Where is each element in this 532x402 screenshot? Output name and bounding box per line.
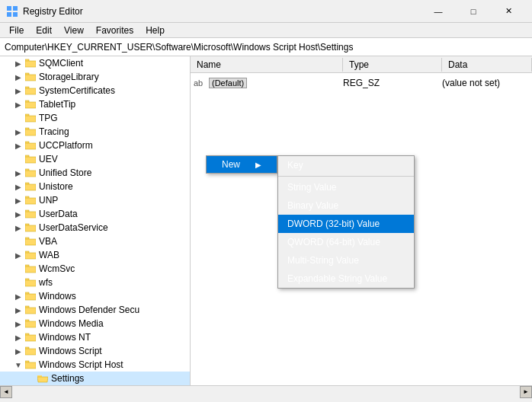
svg-rect-9 (25, 88, 36, 94)
tree-item[interactable]: ▶UCCPlatform (0, 139, 190, 152)
tree-arrow: ▶ (12, 224, 24, 232)
scroll-left-btn[interactable]: ◄ (0, 386, 12, 398)
tree-item[interactable]: ▶Tracing (0, 125, 190, 139)
tree-item-label: StorageLibrary (39, 72, 99, 82)
submenu-item-multi[interactable]: Multi-String Value (278, 251, 414, 270)
minimize-button[interactable]: — (421, 0, 456, 23)
menu-help[interactable]: Help (139, 24, 171, 37)
svg-rect-47 (25, 349, 36, 355)
folder-icon (24, 127, 37, 136)
tree-item[interactable]: ▶SystemCertificates (0, 84, 190, 97)
folder-icon (24, 209, 37, 219)
main-area: ▶SQMClient▶StorageLibrary▶SystemCertific… (0, 56, 532, 385)
table-row[interactable]: ab (Default) REG_SZ (value not set) (191, 76, 532, 90)
tree-item[interactable]: ▶Windows NT (0, 330, 190, 344)
cell-type: REG_SZ (343, 78, 442, 88)
tree-item-label: Tracing (39, 126, 69, 137)
svg-rect-1 (13, 6, 18, 11)
tree-item-label: Windows (39, 291, 76, 302)
context-menu-new-label: New (222, 159, 240, 170)
svg-rect-23 (25, 184, 36, 190)
folder-icon (24, 86, 37, 95)
svg-text:ab: ab (194, 78, 203, 88)
tree-item[interactable]: WcmSvc (0, 262, 190, 276)
tree-item-label: SQMClient (39, 58, 83, 69)
horizontal-scrollbar[interactable]: ◄ ► (0, 385, 532, 397)
folder-icon (24, 196, 37, 205)
tree-item[interactable]: ▶UserData (0, 207, 190, 221)
tree-item[interactable]: TPG (0, 111, 190, 125)
menu-edit[interactable]: Edit (30, 24, 58, 37)
tree-item-label: WAB (39, 250, 59, 260)
tree-item-label: TabletTip (39, 99, 75, 110)
tree-item[interactable]: wfs (0, 276, 190, 289)
folder-icon (24, 113, 37, 123)
tree-item[interactable]: ▶SQMClient (0, 56, 190, 70)
tree-item[interactable]: ▶Unistore (0, 180, 190, 193)
tree-arrow: ▶ (12, 142, 24, 150)
cell-name: ab (Default) (194, 78, 343, 88)
context-menu-item-new[interactable]: New ▶ Key String Value Binary Value DWOR… (207, 156, 277, 173)
folder-icon (24, 292, 37, 301)
tree-arrow: ▶ (12, 333, 24, 342)
folder-icon (24, 333, 37, 342)
tree-item[interactable]: ▶UserDataService (0, 221, 190, 234)
tree-item[interactable]: UEV (0, 152, 190, 166)
context-menu-container: New ▶ Key String Value Binary Value DWOR… (206, 155, 277, 174)
svg-rect-25 (25, 198, 36, 204)
menu-file[interactable]: File (3, 24, 30, 37)
svg-rect-49 (25, 362, 36, 368)
svg-rect-21 (25, 171, 36, 177)
svg-rect-11 (25, 102, 36, 108)
submenu-item-dword[interactable]: DWORD (32-bit) Value (278, 215, 414, 233)
tree-item[interactable]: ▶Unified Store (0, 166, 190, 180)
submenu-item-qword[interactable]: QWORD (64-bit) Value (278, 233, 414, 251)
tree-item[interactable]: ▶Windows (0, 289, 190, 303)
right-panel: Name Type Data ab (Default) REG_SZ (valu… (191, 56, 532, 385)
submenu-separator (278, 176, 414, 177)
tree-item[interactable]: ▼Windows Script Host (0, 358, 190, 372)
menu-bar: File Edit View Favorites Help (0, 23, 532, 38)
close-button[interactable]: ✕ (491, 0, 526, 23)
tree-item[interactable]: ▶StorageLibrary (0, 70, 190, 84)
folder-icon (24, 250, 37, 260)
submenu-item-binary[interactable]: Binary Value (278, 196, 414, 215)
submenu-item-expandable[interactable]: Expandable String Value (278, 270, 414, 288)
submenu-item-string[interactable]: String Value (278, 178, 414, 196)
svg-rect-13 (25, 116, 36, 122)
folder-icon (24, 319, 37, 328)
folder-icon (24, 305, 37, 314)
svg-rect-27 (25, 212, 36, 218)
tree-arrow: ▶ (12, 251, 24, 260)
svg-rect-37 (25, 280, 36, 286)
svg-rect-15 (25, 129, 36, 136)
tree-item[interactable]: VBA (0, 234, 190, 248)
maximize-button[interactable]: □ (456, 0, 491, 23)
tree-item-label: TPG (39, 113, 58, 123)
folder-icon (24, 278, 37, 287)
tree-item[interactable]: ▶UNP (0, 193, 190, 207)
default-badge: (Default) (209, 78, 247, 88)
svg-rect-19 (25, 157, 36, 163)
folder-icon (24, 237, 37, 246)
tree-item[interactable]: ▶Windows Script (0, 344, 190, 358)
tree-item-label: UNP (39, 195, 58, 206)
tree-item-label: WcmSvc (39, 263, 75, 274)
tree-item[interactable]: ▶WAB (0, 248, 190, 262)
tree-item-label: UserDataService (39, 222, 108, 233)
tree-arrow: ▶ (12, 183, 24, 191)
svg-rect-45 (25, 335, 36, 341)
scroll-track[interactable] (12, 386, 520, 397)
tree-panel[interactable]: ▶SQMClient▶StorageLibrary▶SystemCertific… (0, 56, 191, 385)
submenu-item-key[interactable]: Key (278, 156, 414, 174)
address-bar: Computer\HKEY_CURRENT_USER\Software\Micr… (0, 38, 532, 56)
menu-view[interactable]: View (58, 24, 90, 37)
svg-rect-50 (37, 375, 42, 377)
menu-favorites[interactable]: Favorites (90, 24, 139, 37)
scroll-right-btn[interactable]: ► (520, 386, 532, 398)
tree-item[interactable]: ▶Windows Defender Secu (0, 303, 190, 317)
tree-item[interactable]: Settings (0, 372, 190, 385)
folder-icon (24, 155, 37, 164)
tree-item[interactable]: ▶Windows Media (0, 317, 190, 330)
tree-item[interactable]: ▶TabletTip (0, 97, 190, 111)
